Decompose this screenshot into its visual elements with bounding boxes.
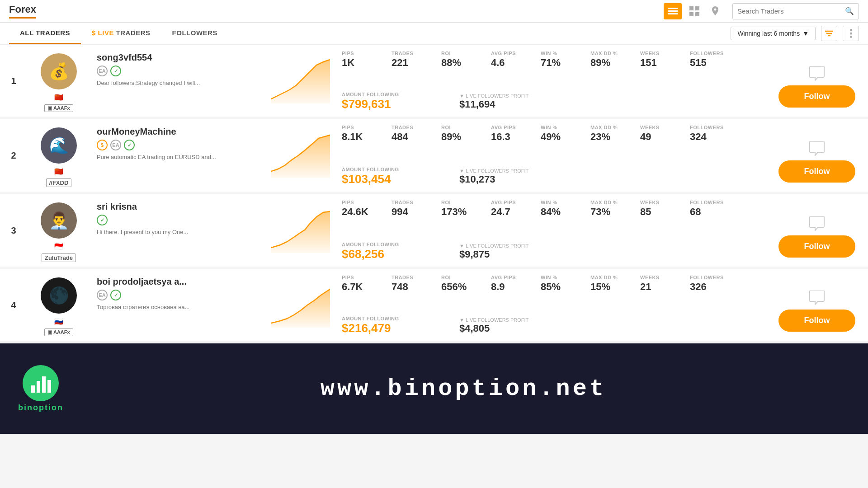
- roi-stat: ROI 173%: [441, 200, 491, 218]
- avgpips-label: AVG PIPS: [491, 275, 516, 280]
- stats-column: PIPS 1K TRADES 221 ROI 88% AVG PIPS 4.6 …: [335, 45, 769, 117]
- country-flag: 🇮🇩: [54, 242, 63, 251]
- search-box: 🔍: [732, 3, 859, 19]
- subscription-badge: $: [97, 140, 108, 150]
- maxdd-value: 23%: [590, 131, 610, 143]
- menu-icon-button[interactable]: [664, 3, 682, 19]
- maxdd-value: 89%: [590, 57, 610, 69]
- grid-icon-button[interactable]: [686, 3, 703, 19]
- binoption-logo-icon: [23, 365, 59, 401]
- trades-value: 994: [392, 206, 408, 218]
- avatar-emoji: 💰: [49, 62, 69, 81]
- svg-rect-0: [668, 8, 678, 9]
- stats-top-row: PIPS 6.7K TRADES 748 ROI 656% AVG PIPS 8…: [342, 275, 761, 293]
- chat-icon[interactable]: [809, 291, 825, 305]
- weeks-stat: WEEKS 85: [640, 200, 690, 218]
- live-profit: ▼ LIVE FOLLOWERS PROFIT $9,875: [459, 243, 577, 260]
- roi-stat: ROI 89%: [441, 125, 491, 143]
- followers-value: 68: [690, 206, 701, 218]
- follow-button[interactable]: Follow: [778, 235, 855, 258]
- svg-point-12: [850, 36, 852, 38]
- broker-logo: ▣ AAAFx: [44, 328, 73, 336]
- stats-top-row: PIPS 8.1K TRADES 484 ROI 89% AVG PIPS 16…: [342, 125, 761, 143]
- chat-icon[interactable]: [809, 141, 825, 156]
- live-profit-label: ▼ LIVE FOLLOWERS PROFIT: [459, 93, 577, 99]
- chat-icon[interactable]: [809, 66, 825, 81]
- maxdd-label: MAX DD %: [590, 200, 618, 205]
- location-icon-button[interactable]: [707, 3, 723, 19]
- maxdd-stat: MAX DD % 23%: [590, 125, 640, 143]
- live-profit-label: ▼ LIVE FOLLOWERS PROFIT: [459, 317, 577, 323]
- table-row: 1 💰 🇨🇳 ▣ AAAFx song3vfd554 EA✓ Dear foll…: [0, 45, 868, 119]
- maxdd-value: 73%: [590, 206, 610, 218]
- amount-following-label: AMOUNT FOLLOWING: [342, 92, 459, 97]
- svg-rect-4: [695, 6, 699, 10]
- roi-value: 173%: [441, 206, 467, 218]
- avatar: 🌑: [41, 277, 77, 314]
- svg-rect-3: [689, 6, 693, 10]
- footer: binoption www.binoption.net: [0, 343, 868, 434]
- search-input[interactable]: [737, 7, 845, 15]
- winpct-label: WIN %: [541, 51, 557, 56]
- stats-column: PIPS 6.7K TRADES 748 ROI 656% AVG PIPS 8…: [335, 269, 769, 341]
- pips-label: PIPS: [342, 51, 354, 56]
- tab-followers[interactable]: FOLLOWERS: [161, 23, 228, 44]
- svg-rect-15: [42, 376, 46, 393]
- roi-value: 89%: [441, 131, 461, 143]
- grid-icon: [689, 6, 699, 16]
- filter-dropdown[interactable]: Winning last 6 months ▼: [731, 27, 816, 40]
- comment-bubble-icon: [809, 216, 825, 231]
- follow-button[interactable]: Follow: [778, 160, 855, 183]
- table-row: 4 🌑 🇷🇺 ▣ AAAFx boi prodoljaetsya a... EA…: [0, 269, 868, 343]
- following-row: AMOUNT FOLLOWING $103,454 ▼ LIVE FOLLOWE…: [342, 167, 761, 186]
- trades-stat: TRADES 221: [392, 51, 441, 69]
- chevron-down-icon: ▼: [802, 30, 809, 37]
- badges: ✓: [97, 215, 262, 225]
- amount-following: AMOUNT FOLLOWING $216,479: [342, 316, 459, 335]
- chart-column: [267, 119, 335, 192]
- trades-label: TRADES: [392, 275, 413, 280]
- avgpips-stat: AVG PIPS 16.3: [491, 125, 541, 143]
- pips-label: PIPS: [342, 125, 354, 130]
- broker-logo: ZuluTrade: [42, 253, 76, 262]
- followers-value: 324: [690, 131, 707, 143]
- filter-button[interactable]: [821, 26, 837, 41]
- trader-name: song3vfd554: [97, 52, 262, 63]
- info-column: boi prodoljaetsya a... EA✓ Торговая стра…: [95, 269, 267, 341]
- winpct-value: 49%: [541, 131, 561, 143]
- chat-icon[interactable]: [809, 216, 825, 231]
- svg-point-10: [850, 29, 852, 31]
- avatar-column: 👨‍💼 🇮🇩 ZuluTrade: [23, 194, 95, 267]
- svg-rect-14: [37, 381, 40, 393]
- verified-badge: ✓: [97, 215, 108, 225]
- avgpips-value: 24.7: [491, 206, 510, 218]
- pips-stat: PIPS 6.7K: [342, 275, 392, 293]
- avgpips-value: 16.3: [491, 131, 510, 143]
- weeks-stat: WEEKS 21: [640, 275, 690, 293]
- winpct-label: WIN %: [541, 125, 557, 130]
- badges: EA✓: [97, 290, 262, 300]
- header-icons: [664, 3, 723, 19]
- winpct-stat: WIN % 84%: [541, 200, 590, 218]
- follow-button[interactable]: Follow: [778, 310, 855, 332]
- country-flag: 🇨🇳: [54, 93, 63, 102]
- rank-number: 3: [0, 194, 23, 267]
- svg-rect-13: [31, 385, 35, 393]
- more-button[interactable]: [843, 26, 859, 41]
- trades-label: TRADES: [392, 51, 413, 56]
- svg-point-11: [850, 33, 852, 35]
- chart-column: [267, 194, 335, 267]
- trades-value: 484: [392, 131, 408, 143]
- svg-rect-5: [689, 12, 693, 16]
- weeks-label: WEEKS: [640, 200, 660, 205]
- trades-label: TRADES: [392, 200, 413, 205]
- trader-name: sri krisna: [97, 202, 262, 212]
- table-row: 3 👨‍💼 🇮🇩 ZuluTrade sri krisna ✓ Hi there…: [0, 194, 868, 269]
- followers-label: FOLLOWERS: [690, 51, 724, 56]
- action-column: Follow: [769, 269, 868, 341]
- tab-all-traders[interactable]: ALL TRADERS: [9, 23, 81, 44]
- roi-label: ROI: [441, 125, 451, 130]
- live-profit-label: ▼ LIVE FOLLOWERS PROFIT: [459, 168, 577, 174]
- tab-live-traders[interactable]: $ LIVE TRADERS: [81, 23, 161, 44]
- follow-button[interactable]: Follow: [778, 85, 855, 108]
